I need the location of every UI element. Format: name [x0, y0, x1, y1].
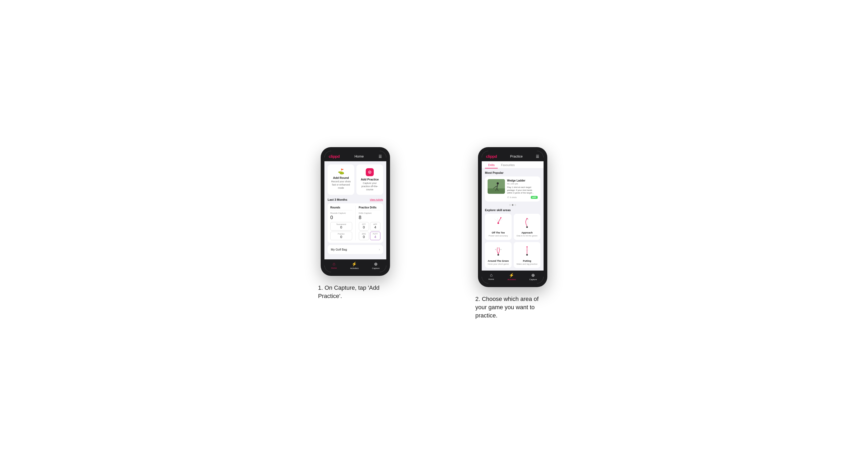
- putting-desc: Make and lag practice: [517, 263, 537, 266]
- nav-capture-1[interactable]: ⊕ Capture: [372, 261, 379, 270]
- featured-card[interactable]: Wedge Ladder 50–100 yds Play 1 shot at e…: [485, 177, 540, 201]
- skill-card-putting[interactable]: Putting Make and lag practice: [514, 242, 540, 268]
- page-wrapper: clippd Home ☰ ⛳ Add Round Record your sh…: [287, 147, 581, 320]
- tab-favourites[interactable]: Favourites: [498, 161, 518, 168]
- nav-home-1[interactable]: ⌂ Home: [331, 261, 337, 270]
- practice-value: 0: [332, 235, 350, 239]
- add-practice-title: Add Practice: [361, 178, 378, 181]
- ott-box: OTT 0: [359, 222, 369, 230]
- phone2: clippd Practice ☰ Drills Favourites Most…: [478, 147, 547, 287]
- action-cards: ⛳ Add Round Record your shots fast or en…: [328, 164, 383, 195]
- ott-name: Off The Tee: [492, 231, 505, 234]
- chevron-right-icon: ›: [379, 248, 380, 251]
- svg-point-22: [495, 249, 496, 250]
- tabs-row: Drills Favourites: [482, 161, 544, 168]
- caption-1: 1. On Capture, tap 'Add Practice'.: [318, 284, 393, 301]
- svg-line-13: [498, 218, 501, 222]
- phone2-header-title: Practice: [510, 154, 523, 158]
- approach-desc: Dial-in to hit the green: [517, 235, 537, 237]
- practice-label: Practice: [332, 233, 350, 235]
- golf-bag-label: My Golf Bag: [331, 248, 347, 251]
- svg-point-23: [500, 249, 501, 250]
- drills-capture-value: 8: [359, 215, 381, 220]
- atg-diagram: [492, 245, 505, 258]
- nav-home-2[interactable]: ⌂ Home: [488, 273, 494, 281]
- golf-bag-row[interactable]: My Golf Bag ›: [328, 245, 383, 254]
- rounds-capture-label: Rounds Capture: [330, 212, 352, 214]
- featured-title: Wedge Ladder: [507, 179, 538, 182]
- phone1-screen: clippd Home ☰ ⛳ Add Round Record your sh…: [324, 151, 386, 272]
- arg-label: ARG: [361, 233, 367, 235]
- svg-point-10: [497, 222, 499, 224]
- phone1-bottom-nav: ⌂ Home ⚡ Activities ⊕ Capture: [324, 259, 386, 272]
- putt-box: PUTT 4: [370, 231, 380, 240]
- skill-card-atg[interactable]: Around The Green Hone your short game: [485, 242, 512, 268]
- arg-box: ARG 0: [359, 231, 369, 240]
- tournament-value: 0: [332, 225, 350, 229]
- phone2-bottom-nav: ⌂ Home ⚡ Activities ⊕ Capture: [482, 271, 544, 283]
- phone1-menu-icon[interactable]: ☰: [378, 154, 382, 159]
- activities-label-1: Activities: [350, 267, 359, 270]
- featured-img-inner: [488, 179, 505, 194]
- featured-footer: ⏱ 9 shots APP: [507, 196, 538, 199]
- phone1-content: ⛳ Add Round Record your shots fast or en…: [324, 161, 386, 259]
- app-value: 4: [372, 225, 378, 229]
- featured-subtitle: 50–100 yds: [507, 183, 538, 185]
- rounds-col: Rounds Rounds Capture 0 Tournament 0: [330, 206, 352, 240]
- svg-point-24: [526, 254, 528, 256]
- ott-diagram: [492, 216, 505, 230]
- phone2-header: clippd Practice ☰: [482, 151, 544, 161]
- stats-period-label: Last 3 Months: [328, 198, 347, 201]
- phone1-section: clippd Home ☰ ⛳ Add Round Record your sh…: [287, 147, 423, 301]
- nav-capture-2[interactable]: ⊕ Capture: [529, 273, 537, 281]
- drills-section-title: Practice Drills: [359, 206, 381, 210]
- svg-point-21: [498, 247, 500, 248]
- capture-label-1: Capture: [372, 267, 379, 270]
- rounds-section-title: Rounds: [330, 206, 352, 210]
- tournament-box: Tournament 0: [330, 222, 352, 230]
- nav-activities-2[interactable]: ⚡ Activities: [507, 273, 516, 281]
- stats-card: Rounds Rounds Capture 0 Tournament 0: [328, 204, 383, 243]
- svg-point-27: [527, 246, 528, 247]
- phone2-menu-icon[interactable]: ☰: [536, 154, 539, 159]
- ott-label: OTT: [361, 223, 367, 225]
- featured-desc: Play 1 shot at each target yardage. If y…: [507, 186, 538, 194]
- activities-icon-2: ⚡: [509, 273, 514, 278]
- skill-card-ott[interactable]: Off The Tee Power and accuracy: [485, 214, 512, 240]
- app-box: APP 4: [370, 222, 380, 230]
- nav-activities-1[interactable]: ⚡ Activities: [350, 261, 359, 270]
- explore-title: Explore skill areas: [485, 209, 540, 212]
- skill-card-approach[interactable]: Approach Dial-in to hit the green: [514, 214, 540, 240]
- putt-value: 4: [372, 235, 378, 239]
- practice-box: Practice 0: [330, 231, 352, 240]
- putting-diagram: [520, 245, 534, 258]
- add-practice-icon: [366, 168, 374, 176]
- svg-line-14: [498, 219, 503, 222]
- caption-2: 2. Choose which area of your game you wa…: [475, 295, 550, 320]
- drills-sub-grid: OTT 0 APP 4: [359, 222, 381, 240]
- practice-body: Most Popular: [482, 168, 544, 271]
- featured-info: Wedge Ladder 50–100 yds Play 1 shot at e…: [507, 179, 538, 199]
- svg-point-1: [369, 172, 370, 173]
- add-round-card[interactable]: ⛳ Add Round Record your shots fast or en…: [328, 164, 354, 195]
- arg-putt-row: ARG 0 PUTT 4: [359, 231, 381, 240]
- capture-label-2: Capture: [529, 278, 537, 281]
- view-activity-link[interactable]: View Activity: [370, 198, 383, 201]
- home-icon-1: ⌂: [333, 261, 335, 266]
- dot-1: [509, 204, 511, 206]
- capture-icon-1: ⊕: [374, 261, 377, 267]
- skill-grid: Off The Tee Power and accuracy: [485, 214, 540, 268]
- activities-icon-1: ⚡: [352, 261, 357, 267]
- phone2-section: clippd Practice ☰ Drills Favourites Most…: [445, 147, 581, 320]
- tab-drills[interactable]: Drills: [485, 161, 498, 168]
- approach-name: Approach: [521, 231, 533, 234]
- approach-diagram: [520, 216, 534, 230]
- add-practice-card[interactable]: Add Practice Capture your practice off-t…: [356, 164, 383, 195]
- activities-label-2: Activities: [507, 278, 516, 281]
- putt-label: PUTT: [372, 233, 378, 235]
- svg-point-16: [526, 226, 528, 228]
- most-popular-title: Most Popular: [485, 171, 540, 174]
- svg-point-20: [497, 247, 498, 248]
- dot-3: [515, 204, 516, 206]
- capture-icon-2: ⊕: [531, 273, 535, 278]
